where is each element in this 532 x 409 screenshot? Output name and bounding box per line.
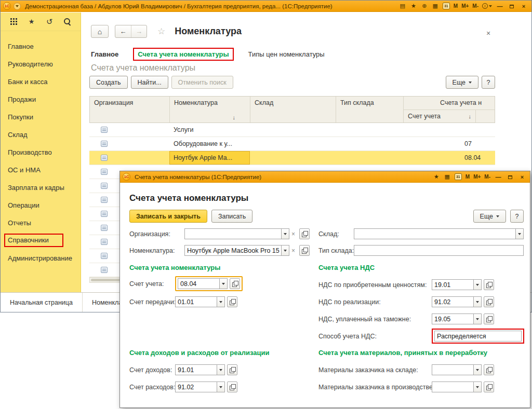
sidebar-item-zarplata-i-kadry[interactable]: Зарплата и кадры (1, 179, 81, 196)
memory-plus-button[interactable]: М+ (473, 174, 481, 180)
vat-customs-input[interactable]: 19.05 (432, 313, 473, 324)
cell-account[interactable]: 07 (403, 137, 495, 151)
transfer-account-input[interactable]: 01.01 (175, 296, 217, 307)
nomenclature-dropdown-icon[interactable] (281, 245, 289, 256)
favorite-star-icon[interactable]: ☆ (157, 26, 165, 37)
calendar-icon[interactable]: 31 (443, 3, 450, 9)
income-account-input[interactable]: 91.01 (175, 364, 217, 375)
column-header-accounts-group[interactable]: Счета учета н Счет учета↓ (404, 97, 495, 122)
memory-minus-button[interactable]: М- (472, 3, 478, 9)
nomenclature-clear-icon[interactable]: × (291, 247, 295, 254)
clipboard-icon[interactable]: ▤ (399, 3, 406, 9)
form-close-icon[interactable]: × (486, 29, 490, 37)
sidebar-item-pokupki[interactable]: Покупки (1, 108, 81, 126)
organization-input[interactable] (184, 228, 281, 239)
dialog-help-button[interactable]: ? (510, 210, 524, 223)
warehouse-type-input[interactable] (354, 245, 524, 256)
tab-nachalnaya-stranica[interactable]: Начальная страница (1, 293, 83, 312)
income-account-open-button[interactable] (227, 364, 237, 375)
cell-nomenclature[interactable]: Услуги (169, 123, 250, 137)
sidebar-item-bank-i-kassa[interactable]: Банк и касса (1, 73, 81, 90)
info-icon[interactable]: i (482, 3, 492, 9)
favorites-icon[interactable]: ★ (27, 17, 36, 26)
cancel-search-button[interactable]: Отменить поиск (171, 76, 233, 89)
organization-open-button[interactable] (299, 228, 310, 239)
sidebar-item-glavnoe[interactable]: Главное (1, 37, 81, 55)
more-button[interactable]: Еще (446, 76, 478, 89)
vat-acquired-input[interactable]: 19.01 (432, 279, 473, 290)
materials-production-input[interactable] (432, 381, 473, 392)
expense-account-dropdown-icon[interactable] (217, 381, 225, 392)
cell-nomenclature[interactable]: Оборудование к у... (169, 137, 250, 151)
materials-warehouse-input[interactable] (432, 364, 473, 375)
globe-icon[interactable]: ⊕ (421, 3, 428, 9)
memory-minus-button[interactable]: М- (484, 174, 490, 180)
forward-button[interactable]: → (131, 25, 147, 37)
transfer-account-dropdown-icon[interactable] (217, 296, 225, 307)
materials-production-dropdown-icon[interactable] (473, 381, 482, 392)
vat-sales-dropdown-icon[interactable] (473, 296, 482, 307)
memory-plus-button[interactable]: М+ (461, 3, 469, 9)
home-button[interactable]: ⌂ (91, 25, 109, 38)
vat-method-input[interactable]: Распределяется (434, 331, 522, 342)
find-button[interactable]: Найти... (131, 76, 168, 89)
system-menu-icon[interactable] (14, 3, 21, 10)
calendar-icon[interactable]: 31 (455, 173, 462, 180)
organization-clear-icon[interactable]: × (291, 230, 295, 238)
account-input[interactable]: 08.04 (178, 278, 219, 289)
vat-sales-input[interactable]: 91.02 (432, 296, 473, 307)
transfer-account-open-button[interactable] (227, 296, 237, 307)
tab-glavnoe[interactable]: Главное (91, 48, 118, 61)
sidebar-item-otchety[interactable]: Отчеты (1, 214, 81, 231)
column-header-warehouse-type[interactable]: Тип склада (336, 97, 404, 122)
memory-recall-button[interactable]: М (466, 174, 470, 180)
materials-production-open-button[interactable] (484, 381, 494, 392)
sections-menu-icon[interactable] (9, 17, 18, 26)
income-account-dropdown-icon[interactable] (217, 364, 225, 375)
cell-warehouse-type[interactable] (336, 137, 403, 151)
table-icon[interactable]: ▦ (432, 3, 439, 9)
nomenclature-open-button[interactable] (299, 245, 310, 256)
minimize-button[interactable]: — (496, 3, 504, 9)
warehouse-input[interactable] (354, 228, 515, 239)
help-button[interactable]: ? (482, 76, 495, 89)
memory-recall-button[interactable]: М (454, 3, 458, 9)
cell-warehouse[interactable] (250, 123, 336, 137)
sidebar-item-sklad[interactable]: Склад (1, 126, 81, 143)
vat-acquired-open-button[interactable] (484, 279, 494, 290)
organization-dropdown-icon[interactable] (281, 228, 289, 239)
favorites-star-icon[interactable]: ★ (410, 3, 417, 9)
maximize-button[interactable] (508, 3, 516, 9)
cell-warehouse-type[interactable] (336, 151, 403, 165)
sidebar-item-prodazhi[interactable]: Продажи (1, 90, 81, 108)
sidebar-item-administrirovanie[interactable]: Администрирование (1, 249, 81, 267)
table-row-selected[interactable]: Ноутбук Apple Ma... 08.04 (89, 151, 495, 165)
cell-account[interactable]: 08.04 (403, 151, 495, 165)
expense-account-input[interactable]: 91.02 (175, 381, 217, 392)
sidebar-item-rukovoditelyu[interactable]: Руководителю (1, 55, 81, 73)
save-and-close-button[interactable]: Записать и закрыть (129, 210, 207, 223)
table-row[interactable]: Оборудование к у... 07 (89, 137, 495, 151)
save-button[interactable]: Записать (211, 210, 252, 223)
vat-customs-dropdown-icon[interactable] (473, 313, 482, 324)
materials-warehouse-open-button[interactable] (484, 364, 494, 375)
nomenclature-input[interactable]: Ноутбук Apple MacBook Pro 15 (184, 245, 281, 256)
column-header-warehouse[interactable]: Склад (250, 97, 336, 122)
sidebar-item-spravochniki[interactable]: Справочники (1, 231, 81, 249)
dialog-more-button[interactable]: Еще (473, 210, 506, 223)
account-dropdown-icon[interactable] (219, 278, 228, 289)
close-button[interactable]: × (518, 174, 526, 180)
tab-scheta-ucheta-nomenklatury[interactable]: Счета учета номенклатуры (133, 48, 233, 61)
sidebar-item-operacii[interactable]: Операции (1, 196, 81, 214)
maximize-button[interactable] (506, 174, 514, 180)
back-button[interactable]: ← (115, 25, 131, 37)
account-open-button[interactable] (230, 278, 240, 289)
cell-nomenclature-selected[interactable]: Ноутбук Apple Ma... (169, 151, 250, 165)
tab-tipy-cen-nomenklatury[interactable]: Типы цен номенклатуры (248, 48, 325, 61)
history-icon[interactable]: ↺ (45, 17, 54, 26)
search-icon[interactable] (63, 17, 72, 26)
vat-customs-open-button[interactable] (484, 313, 494, 324)
sidebar-item-os-i-nma[interactable]: ОС и НМА (1, 161, 81, 179)
sidebar-item-proizvodstvo[interactable]: Производство (1, 143, 81, 161)
favorites-star-icon[interactable]: ★ (433, 173, 440, 180)
